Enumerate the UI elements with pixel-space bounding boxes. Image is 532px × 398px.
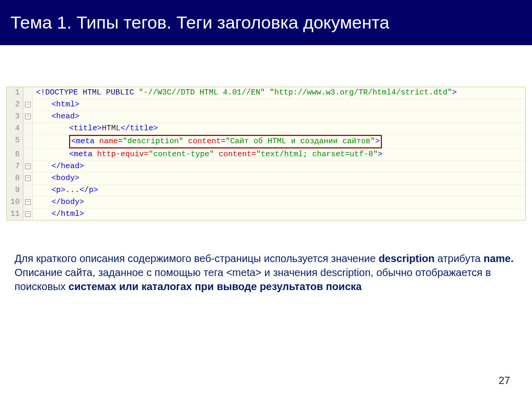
fold-gutter (23, 185, 33, 196)
fold-gutter: − (23, 111, 33, 122)
page-number: 27 (499, 375, 510, 387)
fold-gutter: − (23, 99, 33, 111)
line-number: 9 (7, 185, 23, 196)
token-val: "description" (123, 137, 183, 146)
fold-gutter: − (23, 209, 33, 220)
token-tag: </p> (79, 186, 98, 195)
description-paragraph: Для краткого описания содержимого веб-ст… (15, 252, 517, 294)
code-line: 10−</body> (7, 197, 525, 209)
fold-icon[interactable]: − (25, 199, 31, 205)
token-val: "content-type" (149, 150, 214, 159)
token-tag: <!DOCTYPE (36, 88, 83, 97)
para-bold-description: description (379, 253, 435, 264)
token-attr: content= (214, 150, 256, 159)
line-number: 6 (7, 149, 23, 160)
code-content: <!DOCTYPE HTML PUBLIC "-//W3C//DTD HTML … (33, 87, 457, 99)
para-bold-name: name. (484, 253, 514, 264)
fold-gutter (23, 149, 33, 160)
fold-gutter: − (23, 173, 33, 184)
token-tag: <head> (51, 112, 79, 121)
fold-gutter: − (23, 161, 33, 172)
code-content: <meta name="description" content="Сайт о… (33, 135, 382, 148)
token-val: "Сайт об HTML и создании сайтов" (225, 137, 375, 146)
token-kw: HTML PUBLIC (83, 88, 139, 97)
token-tag: <meta (71, 137, 99, 146)
line-number: 8 (7, 173, 23, 184)
token-tag: <body> (51, 174, 79, 183)
token-tag: </head> (51, 162, 84, 171)
fold-icon[interactable]: − (25, 163, 31, 169)
token-tag: > (452, 88, 457, 97)
token-val: "-//W3C//DTD HTML 4.01//EN" "http://www.… (139, 88, 452, 97)
line-number: 7 (7, 161, 23, 172)
token-tag: </html> (51, 210, 84, 218)
line-number: 1 (7, 87, 23, 99)
token-attr: name= (99, 137, 123, 146)
token-tag: > (375, 137, 380, 146)
code-line: 5<meta name="description" content="Сайт … (7, 135, 525, 149)
code-content: <p>...</p> (33, 185, 98, 196)
token-attr: http-equiv= (97, 150, 149, 159)
slide-title: Тема 1. Типы тегов. Теги заголовка докум… (0, 0, 532, 45)
line-number: 11 (7, 209, 23, 220)
line-number: 10 (7, 197, 23, 208)
fold-icon[interactable]: − (25, 114, 31, 119)
token-txt: HTML (102, 124, 121, 133)
title-text: Тема 1. Типы тегов. Теги заголовка докум… (10, 12, 389, 32)
code-content: <meta http-equiv="content-type" content=… (33, 149, 382, 160)
fold-icon[interactable]: − (25, 211, 31, 217)
token-tag: </title> (121, 124, 158, 133)
line-number: 3 (7, 111, 23, 122)
fold-gutter (23, 135, 33, 148)
token-tag: <meta (69, 150, 97, 159)
code-content: <title>HTML</title> (33, 123, 158, 134)
token-tag: <p> (51, 186, 65, 195)
code-line: 1<!DOCTYPE HTML PUBLIC "-//W3C//DTD HTML… (7, 87, 525, 99)
code-content: </body> (33, 197, 84, 208)
code-line: 4<title>HTML</title> (7, 123, 525, 135)
line-number: 4 (7, 123, 23, 134)
code-content: <head> (33, 111, 79, 122)
code-content: <body> (33, 173, 79, 184)
code-line: 11−</html> (7, 209, 525, 220)
code-content: </html> (33, 209, 84, 220)
para-bold-tail: системах или каталогах при выводе резуль… (69, 281, 362, 292)
token-attr: content= (183, 137, 225, 146)
token-tag: <html> (51, 100, 79, 109)
fold-gutter (23, 123, 33, 134)
token-txt: ... (65, 186, 79, 195)
code-content: <html> (33, 99, 79, 111)
fold-gutter (23, 87, 33, 99)
line-number: 5 (7, 135, 23, 148)
code-line: 2−<html> (7, 99, 525, 111)
line-number: 2 (7, 99, 23, 111)
token-tag: </body> (51, 198, 84, 207)
fold-gutter: − (23, 197, 33, 208)
code-line: 9<p>...</p> (7, 185, 525, 197)
highlighted-line: <meta name="description" content="Сайт о… (69, 135, 382, 148)
token-tag: > (378, 150, 382, 159)
code-content: </head> (33, 161, 84, 172)
fold-icon[interactable]: − (25, 102, 31, 107)
code-line: 8−<body> (7, 173, 525, 185)
fold-icon[interactable]: − (25, 175, 31, 181)
token-val: "text/html; charset=utf-8" (256, 150, 378, 159)
para-text: атрибута (434, 253, 483, 264)
para-text: Для краткого описания содержимого веб-ст… (15, 253, 379, 264)
code-line: 7−</head> (7, 161, 525, 173)
token-tag: <title> (69, 124, 102, 133)
code-block: 1<!DOCTYPE HTML PUBLIC "-//W3C//DTD HTML… (6, 87, 526, 221)
code-line: 3−<head> (7, 111, 525, 123)
code-line: 6<meta http-equiv="content-type" content… (7, 149, 525, 161)
